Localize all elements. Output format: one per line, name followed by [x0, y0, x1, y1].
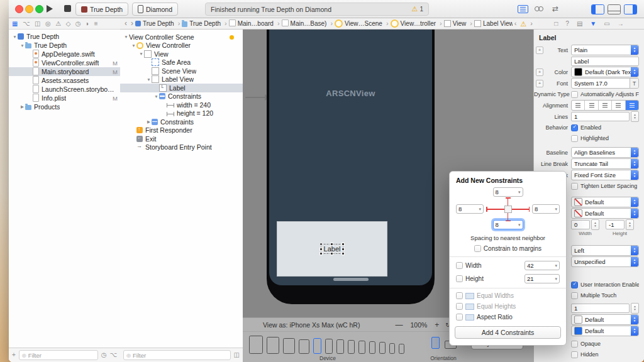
outline-item[interactable]: width = 240 — [120, 101, 243, 109]
text-style-popup[interactable]: Plain — [571, 45, 639, 55]
lines-field[interactable]: 1 — [571, 112, 630, 121]
hide-outline-icon[interactable]: ◫ — [234, 352, 240, 358]
navigator-tab-icon[interactable]: ◫ — [35, 20, 40, 27]
top-constraint-strut-icon[interactable] — [508, 197, 509, 206]
line-break-popup[interactable]: Truncate Tail — [571, 158, 639, 169]
dynamic-type-checkbox[interactable] — [571, 91, 578, 98]
inspector-tab-icon[interactable]: ? — [565, 20, 569, 27]
label-view[interactable]: Label — [277, 221, 387, 277]
inspector-tab-icon[interactable]: → — [618, 20, 624, 27]
outline-item[interactable]: Label — [120, 84, 243, 92]
alignment-segmented-control[interactable] — [571, 100, 639, 111]
align-right-segment[interactable] — [599, 101, 612, 110]
disclosure-triangle-icon[interactable]: ▼ — [146, 77, 152, 82]
device-size-icon[interactable] — [283, 338, 295, 354]
portrait-orientation-icon[interactable] — [431, 337, 440, 349]
run-destination-selector[interactable]: Diamond — [132, 3, 178, 16]
outline-item[interactable]: Scene View — [120, 67, 243, 75]
navigator-item[interactable]: ViewController.swift M — [9, 58, 120, 67]
device-size-icon[interactable] — [389, 343, 395, 354]
device-size-icon[interactable] — [325, 339, 333, 354]
disclosure-triangle-icon[interactable]: ▶ — [19, 104, 25, 109]
outline-item[interactable]: Safe Area — [120, 58, 243, 67]
breadcrumb-item[interactable]: True Depth — [182, 19, 228, 27]
previous-issue-button[interactable]: ‹ — [513, 20, 519, 27]
resize-handle[interactable] — [341, 248, 345, 251]
navigator-tab-icon[interactable]: ⌥ — [23, 20, 30, 27]
breadcrumb-item[interactable]: View…Scene — [335, 19, 391, 28]
device-size-icon[interactable] — [348, 340, 355, 354]
constrain-margins-checkbox[interactable] — [474, 245, 481, 252]
outline-item[interactable]: ▼ Constraints — [120, 92, 243, 101]
breadcrumb-item[interactable]: View — [444, 19, 474, 27]
user-interaction-checkbox[interactable] — [571, 282, 578, 288]
background-color-popup[interactable]: Default — [571, 314, 639, 325]
close-window-button[interactable] — [15, 5, 23, 13]
height-checkbox[interactable] — [456, 275, 463, 282]
back-button[interactable]: ‹ — [123, 19, 129, 27]
tighten-spacing-checkbox[interactable] — [571, 183, 578, 190]
hidden-checkbox[interactable] — [571, 351, 578, 358]
align-natural-segment[interactable] — [626, 101, 638, 110]
navigator-tab-icon[interactable]: ◗ — [86, 20, 89, 27]
resize-handle[interactable] — [330, 252, 333, 255]
navigator-item[interactable]: AppDelegate.swift — [9, 50, 120, 58]
issues-badge[interactable]: 1 — [412, 6, 423, 13]
standard-editor-button[interactable] — [516, 4, 530, 14]
recent-files-filter-icon[interactable]: ◷ — [101, 352, 107, 358]
outline-item[interactable]: height = 120 — [120, 109, 243, 118]
opaque-checkbox[interactable] — [571, 341, 578, 348]
resize-handle[interactable] — [319, 248, 323, 251]
minimize-window-button[interactable] — [25, 5, 33, 13]
font-picker-icon[interactable]: T — [630, 79, 638, 88]
leading-constraint-strut-icon[interactable] — [486, 209, 504, 210]
navigator-filter-field[interactable]: ◎ Filter — [19, 350, 98, 360]
add-variation-button[interactable] — [536, 80, 543, 87]
navigator-tab-icon[interactable]: ≡ — [94, 20, 98, 27]
add-file-button[interactable]: + — [12, 352, 16, 358]
navigator-item[interactable]: Assets.xcassets — [9, 76, 120, 85]
resize-handle[interactable] — [319, 243, 323, 246]
highlighted-color-popup[interactable]: Default — [571, 197, 639, 207]
tint-color-popup[interactable]: Default — [571, 326, 639, 336]
multiple-touch-checkbox[interactable] — [571, 292, 578, 299]
device-size-icon[interactable] — [379, 342, 386, 354]
leading-spacing-field[interactable]: 8 — [456, 204, 484, 214]
activity-viewer[interactable]: Finished running True Depth on Diamond 1 — [205, 3, 429, 16]
device-size-icon[interactable] — [399, 344, 404, 354]
selected-label[interactable]: Label — [321, 244, 344, 254]
disclosure-triangle-icon[interactable]: ▼ — [12, 35, 18, 39]
align-justified-segment[interactable] — [612, 101, 625, 110]
navigator-item[interactable]: ▶ Products — [9, 102, 120, 111]
scheme-selector[interactable]: True Depth — [75, 3, 128, 16]
issue-warning-icon[interactable] — [520, 18, 526, 29]
shadow-height-stepper[interactable] — [626, 219, 634, 230]
resize-handle[interactable] — [330, 243, 333, 246]
breadcrumb-item[interactable]: True Depth — [135, 19, 182, 27]
zoom-window-button[interactable] — [35, 5, 43, 13]
device-size-icon[interactable] — [369, 341, 375, 354]
inspector-tab-icon[interactable]: □ — [554, 20, 558, 27]
device-size-icon[interactable] — [358, 341, 365, 354]
height-value-field[interactable]: 21 — [525, 274, 560, 283]
device-size-icon[interactable] — [336, 339, 344, 354]
zoom-out-button[interactable]: — — [395, 321, 402, 329]
assistant-editor-button[interactable] — [532, 4, 546, 14]
breadcrumb-item[interactable]: View…troller — [391, 19, 444, 28]
navigator-item[interactable]: Main.storyboard M — [9, 67, 120, 76]
disclosure-triangle-icon[interactable]: ▼ — [153, 94, 159, 99]
device-size-icon[interactable] — [249, 336, 263, 354]
navigator-tab-icon[interactable]: ⚠ — [55, 20, 61, 27]
lines-stepper[interactable] — [631, 111, 639, 122]
autoshrink-popup[interactable]: Fixed Font Size — [571, 170, 639, 180]
highlighted-checkbox[interactable] — [571, 135, 578, 142]
navigator-item[interactable]: LaunchScreen.storyboard — [9, 85, 120, 94]
trailing-constraint-strut-icon[interactable] — [512, 209, 530, 210]
outline-item[interactable]: Exit — [120, 134, 243, 143]
outline-filter-field[interactable]: ◎ Filter — [123, 350, 231, 360]
disclosure-triangle-icon[interactable]: ▼ — [19, 43, 25, 48]
add-variation-button[interactable] — [536, 47, 543, 54]
alpha-field[interactable]: 1 — [571, 304, 630, 313]
shadow-color-popup[interactable]: Default — [571, 208, 639, 219]
equal-widths-checkbox[interactable] — [456, 292, 463, 299]
